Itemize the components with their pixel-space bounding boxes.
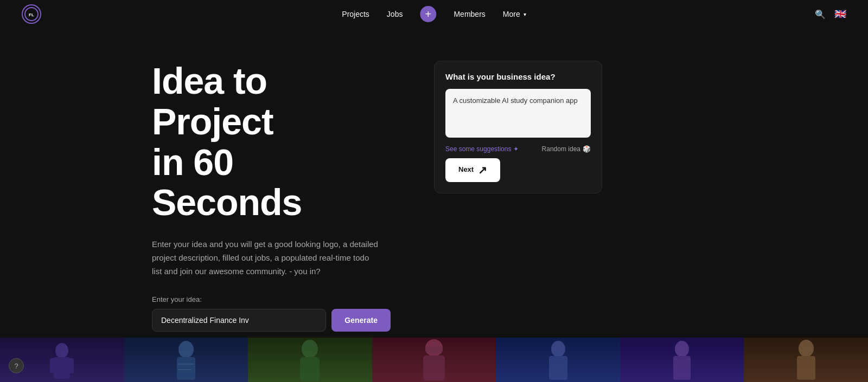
svg-rect-19 <box>673 356 691 380</box>
business-idea-card: What is your business idea? A customizab… <box>434 61 602 193</box>
help-button[interactable]: ? <box>9 358 24 373</box>
strip-item-4 <box>372 338 496 382</box>
hero-section: Idea to Project in 60 Seconds Enter your… <box>0 28 868 332</box>
svg-point-6 <box>178 341 194 358</box>
nav-links: Projects Jobs + Members More ▾ <box>342 6 526 22</box>
see-suggestions-link[interactable]: See some suggestions ✦ <box>445 145 519 153</box>
svg-rect-3 <box>54 357 70 379</box>
nav-members[interactable]: Members <box>454 10 485 18</box>
svg-point-18 <box>675 341 689 357</box>
chevron-down-icon: ▾ <box>524 11 526 17</box>
nav-plus-button[interactable]: + <box>420 6 436 22</box>
svg-rect-17 <box>549 356 567 380</box>
idea-input-row: Generate <box>152 309 391 332</box>
nav-right-actions: 🔍 🇬🇧 <box>815 8 846 20</box>
svg-rect-11 <box>300 357 320 381</box>
input-label: Enter your idea: <box>152 295 391 303</box>
generate-button[interactable]: Generate <box>331 309 391 332</box>
svg-rect-5 <box>68 358 74 373</box>
nav-more-dropdown[interactable]: More ▾ <box>503 10 526 18</box>
strip-item-3 <box>248 338 372 382</box>
svg-point-16 <box>551 341 565 357</box>
svg-point-14 <box>425 346 434 354</box>
hero-right-panel: What is your business idea? A customizab… <box>434 61 608 193</box>
search-icon[interactable]: 🔍 <box>815 9 826 20</box>
strip-item-7 <box>744 338 868 382</box>
language-flag[interactable]: 🇬🇧 <box>834 8 846 20</box>
logo[interactable]: FL <box>22 4 41 24</box>
dice-icon: 🎲 <box>583 145 591 153</box>
navbar: FL Projects Jobs + Members More ▾ 🔍 🇬🇧 <box>0 0 868 28</box>
idea-input[interactable] <box>152 309 326 332</box>
strip-item-5 <box>496 338 620 382</box>
hero-left-panel: Idea to Project in 60 Seconds Enter your… <box>152 61 391 332</box>
svg-point-2 <box>55 343 68 358</box>
cursor-icon: ↗ <box>478 164 487 177</box>
svg-rect-21 <box>797 356 815 380</box>
card-next-button[interactable]: Next ↗ <box>445 158 500 182</box>
svg-point-20 <box>799 340 814 357</box>
svg-point-15 <box>434 346 443 354</box>
svg-text:FL: FL <box>29 12 34 17</box>
random-idea-link[interactable]: Random idea 🎲 <box>542 145 591 153</box>
bottom-strip <box>0 338 868 382</box>
svg-rect-13 <box>423 355 445 380</box>
svg-rect-4 <box>50 358 55 373</box>
card-title: What is your business idea? <box>445 72 591 81</box>
nav-jobs[interactable]: Jobs <box>387 10 403 18</box>
hero-title: Idea to Project in 60 Seconds <box>152 61 391 223</box>
svg-point-10 <box>302 340 318 358</box>
card-textarea[interactable]: A customizable AI study companion app <box>445 89 591 138</box>
strip-item-2 <box>124 338 248 382</box>
logo-icon: FL <box>22 4 41 24</box>
strip-item-6 <box>620 338 744 382</box>
card-next-area: Next ↗ <box>445 153 591 182</box>
sparkle-icon: ✦ <box>513 145 519 153</box>
nav-projects[interactable]: Projects <box>342 10 369 18</box>
card-actions: See some suggestions ✦ Random idea 🎲 <box>445 145 591 153</box>
hero-description: Enter your idea and you will get a good … <box>152 238 380 278</box>
svg-rect-7 <box>177 357 195 380</box>
